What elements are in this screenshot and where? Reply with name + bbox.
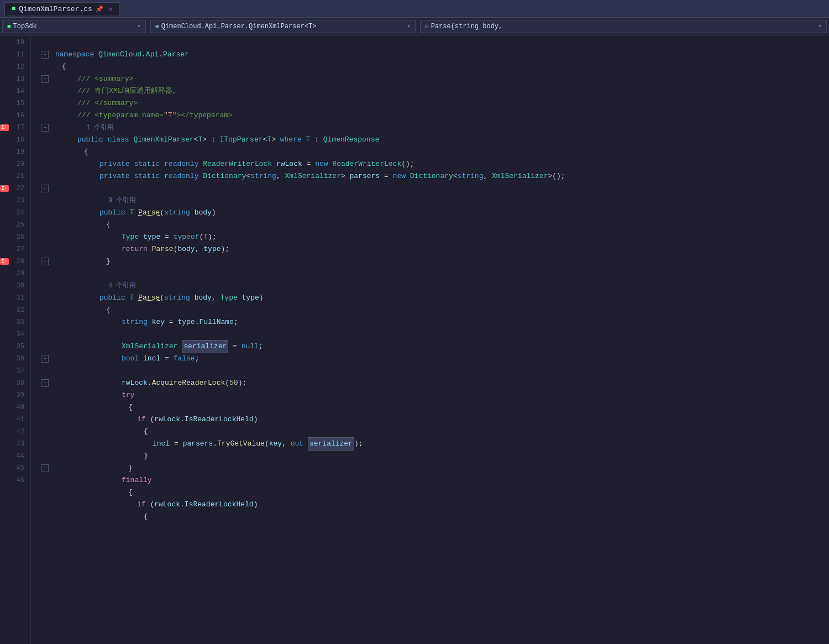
comment-typeparam: /// <typeparam name= bbox=[77, 109, 164, 122]
gutter-row-31: 31 bbox=[0, 292, 30, 304]
fold-25 bbox=[35, 219, 55, 231]
fold-23 bbox=[35, 195, 55, 207]
fold-icon-11[interactable]: − bbox=[41, 51, 49, 59]
scope-text-3: Parse(string body, bbox=[431, 23, 503, 30]
code-line-34 bbox=[55, 365, 829, 377]
gutter-row-13: 13 bbox=[0, 73, 30, 85]
fold-15 bbox=[35, 97, 55, 109]
scope-icon-3: ⊞ bbox=[425, 23, 429, 30]
bp-22[interactable]: I↑ bbox=[0, 185, 9, 192]
code-content[interactable]: − − − − bbox=[31, 35, 829, 644]
gutter-row-40: 40 bbox=[0, 401, 30, 413]
code-line-22: public T Parse ( string body ) bbox=[55, 207, 829, 219]
scope-dropdown-2[interactable]: ⊕ QimenCloud.Api.Parser.QimenXmlParser<T… bbox=[150, 20, 416, 33]
gutter-row-43: 43 bbox=[0, 438, 30, 450]
breakpoint-badge-17: I↑ bbox=[0, 124, 9, 131]
fold-22[interactable]: − bbox=[35, 182, 55, 195]
scope-dropdown-1[interactable]: ■ TopSdk ▾ bbox=[2, 20, 146, 33]
code-line-41: } bbox=[55, 450, 829, 462]
code-line-45: if ( rwLock . IsReaderLockHeld ) bbox=[55, 499, 829, 511]
fold-36[interactable]: − bbox=[35, 353, 55, 365]
fold-icon-17[interactable]: − bbox=[41, 124, 49, 132]
gutter-row-35: 35 bbox=[0, 341, 30, 353]
gutter-row-42: 42 bbox=[0, 426, 30, 438]
fold-31 bbox=[35, 292, 55, 304]
code-line-35: rwLock . AcquireReaderLock ( 50 ); bbox=[55, 377, 829, 389]
gutter-row-19: 19 bbox=[0, 146, 30, 158]
scope-dropdown-3[interactable]: ⊞ Parse(string body, ▾ bbox=[420, 20, 827, 33]
code-line-38: if ( rwLock . IsReaderLockHeld ) bbox=[55, 413, 829, 426]
fold-29 bbox=[35, 268, 55, 280]
dropdown-arrow-1: ▾ bbox=[137, 22, 141, 30]
gutter-row-25: 25 bbox=[0, 219, 30, 231]
fold-13[interactable]: − bbox=[35, 73, 55, 85]
class-name: QimenXmlParser bbox=[133, 134, 193, 146]
gutter-row-22: I↑ 22 bbox=[0, 182, 30, 195]
breakpoint-badge-28: I↑ bbox=[0, 258, 9, 265]
fold-28[interactable]: − bbox=[35, 255, 55, 268]
fold-30 bbox=[35, 280, 55, 292]
fold-19 bbox=[35, 146, 55, 158]
code-line-42: } bbox=[55, 462, 829, 474]
code-line-32: XmlSerializer serializer = null ; bbox=[55, 341, 829, 353]
fold-11[interactable]: − bbox=[35, 49, 55, 61]
fold-46 bbox=[35, 474, 55, 486]
fold-14 bbox=[35, 85, 55, 97]
file-icon: ■ bbox=[12, 5, 15, 13]
code-editor: 10 11 12 13 14 15 16 I↑ bbox=[0, 35, 829, 644]
gutter-row-28: I↑ 28 bbox=[0, 255, 30, 268]
code-line-29: { bbox=[55, 304, 829, 316]
line-gutter: 10 11 12 13 14 15 16 I↑ bbox=[0, 35, 31, 644]
active-tab[interactable]: ■ QimenXmlParser.cs 📌 ✕ bbox=[4, 2, 119, 15]
code-line-11: namespace QimenCloud . Api . Parser bbox=[55, 49, 829, 61]
gutter-row-27: 27 bbox=[0, 243, 30, 255]
ref-count-method2: 4 个引用 bbox=[55, 280, 829, 292]
fold-16 bbox=[35, 109, 55, 122]
gutter-row-23: 23 bbox=[0, 195, 30, 207]
fold-icon-28[interactable]: − bbox=[41, 258, 49, 265]
gutter-row-41: 41 bbox=[0, 413, 30, 426]
highlight-serializer-1: serializer bbox=[182, 340, 228, 353]
code-line-18: { bbox=[55, 146, 829, 158]
bp-28[interactable]: I↑ bbox=[0, 258, 9, 265]
fold-26 bbox=[35, 231, 55, 243]
code-line-23: { bbox=[55, 219, 829, 231]
code-line-36: try bbox=[55, 389, 829, 401]
gutter-row-17: I↑ 17 bbox=[0, 122, 30, 134]
namespace-name: QimenCloud bbox=[98, 49, 141, 61]
gutter-row-21: 21 bbox=[0, 170, 30, 182]
fold-icon-38[interactable]: − bbox=[41, 379, 49, 387]
code-line-46: { bbox=[55, 511, 829, 523]
scope-icon-1: ■ bbox=[7, 23, 11, 30]
fold-icon-22[interactable]: − bbox=[41, 185, 49, 192]
highlight-serializer-2: serializer bbox=[308, 437, 354, 451]
fold-icon-36[interactable]: − bbox=[41, 355, 49, 363]
nav-bar: ■ TopSdk ▾ ⊕ QimenCloud.Api.Parser.Qimen… bbox=[0, 18, 829, 35]
fold-39 bbox=[35, 389, 55, 401]
bp-17[interactable]: I↑ bbox=[0, 124, 9, 131]
code-line-25: return Parse ( body , type ); bbox=[55, 243, 829, 255]
keyword-finally: finally bbox=[122, 474, 152, 486]
fold-35 bbox=[35, 341, 55, 353]
fold-37 bbox=[35, 365, 55, 377]
tab-close-button[interactable]: ✕ bbox=[109, 6, 113, 13]
constraint-type: QimenResponse bbox=[323, 134, 379, 146]
code-lines: namespace QimenCloud . Api . Parser { //… bbox=[55, 36, 829, 523]
fold-icon-45[interactable]: − bbox=[41, 464, 49, 472]
fold-38[interactable]: − bbox=[35, 377, 55, 389]
code-line-27 bbox=[55, 268, 829, 280]
tab-pin-icon: 📌 bbox=[96, 6, 103, 13]
code-line-14: /// 奇门XML响应通用解释器。 bbox=[55, 85, 829, 97]
fold-icon-13[interactable]: − bbox=[41, 75, 49, 83]
method-parse-1: Parse bbox=[138, 207, 160, 219]
gutter-row-32: 32 bbox=[0, 304, 30, 316]
tab-filename: QimenXmlParser.cs bbox=[19, 5, 92, 13]
gutter-row-46: 46 bbox=[0, 474, 30, 486]
fold-17[interactable]: − bbox=[35, 122, 55, 134]
code-line-28: public T Parse ( string body , Type type… bbox=[55, 292, 829, 304]
gutter-row-36: 36 bbox=[0, 353, 30, 365]
fold-markers: − − − − bbox=[35, 36, 55, 523]
scope-text-1: TopSdk bbox=[13, 23, 37, 30]
fold-45[interactable]: − bbox=[35, 462, 55, 474]
fold-43 bbox=[35, 438, 55, 450]
